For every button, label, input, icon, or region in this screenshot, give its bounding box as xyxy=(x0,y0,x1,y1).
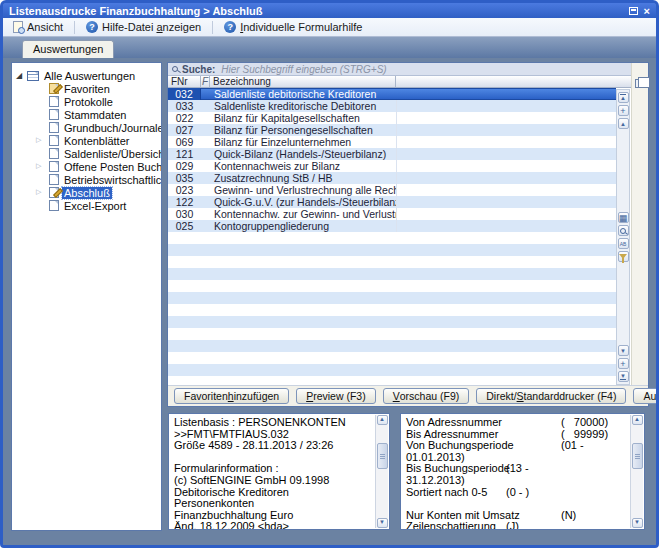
report-tree-panel: ◢ Alle Auswertungen Favoriten Protokolle… xyxy=(11,62,162,531)
tree-item-label: Excel-Export xyxy=(62,200,128,212)
scroll-up-icon[interactable] xyxy=(377,415,388,425)
scroll-to-top-icon[interactable] xyxy=(618,92,629,103)
column-header-f[interactable]: F xyxy=(201,76,210,87)
scroll-down-icon[interactable] xyxy=(632,518,643,528)
title-bar: Listenausdrucke Finanzbuchhaltung > Absc… xyxy=(3,3,656,18)
cell-fnr: 030 xyxy=(168,208,201,220)
tree-item-grundbuch-journale[interactable]: Grundbuch/Journale xyxy=(12,121,161,134)
table-row[interactable]: 027 Bilanz für Personengesellschaften xyxy=(168,124,616,136)
scroll-down-icon[interactable] xyxy=(618,345,629,356)
table-row[interactable]: 122 Quick-G.u.V. (zur Handels-/Steuerbil… xyxy=(168,196,616,208)
table-row-selected[interactable]: 032 Saldenliste debitorische Kreditoren xyxy=(168,88,616,100)
close-window-icon[interactable]: × xyxy=(644,6,650,16)
individuelle-formularhilfe-button[interactable]: Individuelle Formularhilfe xyxy=(218,20,368,34)
document-icon xyxy=(49,135,59,146)
tree-item-favoriten[interactable]: Favoriten xyxy=(12,82,161,95)
tree-item-alle-auswertungen[interactable]: ◢ Alle Auswertungen xyxy=(12,69,161,82)
table-row[interactable]: 029 Kontennachweis zur Bilanz xyxy=(168,160,616,172)
cell-bezeichnung: Quick-G.u.V. (zur Handels-/Steuerbilanz) xyxy=(210,196,396,208)
tree-item-abschluss[interactable]: ▷ Abschluß xyxy=(12,186,161,199)
cell-fnr: 023 xyxy=(168,184,201,196)
info-line: Änd. 18.12.2009 <hda> xyxy=(174,521,384,530)
tree-item-label: Offene Posten Buchhaltung xyxy=(62,161,162,173)
document-icon xyxy=(49,109,59,120)
scroll-up-icon[interactable] xyxy=(618,118,629,129)
direkt-standarddrucker-button[interactable]: Direkt/Standarddrucker (F4) xyxy=(476,388,626,404)
toolbar-separator xyxy=(212,21,213,34)
tree-item-excel-export[interactable]: Excel-Export xyxy=(12,199,161,212)
cell-fnr: 027 xyxy=(168,124,201,136)
column-header-fnr[interactable]: FNr xyxy=(168,76,201,87)
scrollbar-thumb[interactable] xyxy=(377,443,388,469)
tree-expand-icon[interactable]: ▷ xyxy=(36,162,41,170)
tree-expand-icon[interactable]: ▷ xyxy=(36,188,41,196)
table-row[interactable]: 121 Quick-Bilanz (Handels-/Steuerbilanz) xyxy=(168,148,616,160)
sort-alpha-icon[interactable] xyxy=(618,238,629,249)
table-row[interactable]: 033 Saldenliste kreditorische Debitoren xyxy=(168,100,616,112)
cell-bezeichnung: Quick-Bilanz (Handels-/Steuerbilanz) xyxy=(210,148,396,160)
cell-bezeichnung: Bilanz für Personengesellschaften xyxy=(210,124,396,136)
table-row[interactable]: 035 Zusatzrechnung StB / HB xyxy=(168,172,616,184)
table-row[interactable]: 030 Kontennachw. zur Gewinn- und Verlust… xyxy=(168,208,616,220)
table-row[interactable]: 022 Bilanz für Kapitalgesellschaften xyxy=(168,112,616,124)
info-left-scrollbar xyxy=(375,415,388,528)
tree-item-label-selected: Abschluß xyxy=(62,187,112,199)
ansicht-button[interactable]: Ansicht xyxy=(7,20,69,34)
vorschau-button[interactable]: Vorschau (F9) xyxy=(383,388,470,404)
grid-side-gutter xyxy=(631,63,648,406)
tree-item-saldenliste-uebersicht[interactable]: Saldenliste/Übersicht xyxy=(12,147,161,160)
table-row[interactable]: 023 Gewinn- und Verlustrechnung alle Rec… xyxy=(168,184,616,196)
parameter-info-panel: Von Adressnummer( 70000) Bis Adressnumme… xyxy=(400,413,645,530)
document-icon xyxy=(49,200,59,211)
tree-item-label: Saldenliste/Übersicht xyxy=(62,148,162,160)
hilfe-datei-anzeigen-button[interactable]: Hilfe-Datei anzeigen xyxy=(80,20,207,34)
tree-expand-icon[interactable]: ▷ xyxy=(36,136,41,144)
auswertung-drucken-button[interactable]: Auswertung drucken xyxy=(633,388,659,404)
tree-item-label: Protokolle xyxy=(62,96,115,108)
param-line: Zeilenschattierung(J) xyxy=(406,521,639,530)
filter-icon[interactable] xyxy=(618,251,629,262)
tree-item-offene-posten-buchhaltung[interactable]: ▷ Offene Posten Buchhaltung xyxy=(12,160,161,173)
scroll-page-up-icon[interactable] xyxy=(618,105,629,116)
scroll-to-bottom-icon[interactable] xyxy=(618,371,629,382)
preview-button[interactable]: Preview (F3) xyxy=(296,388,376,404)
grid-scrollbar xyxy=(616,89,630,385)
favoriten-hinzufuegen-button[interactable]: Favoriten hinzufügen xyxy=(174,388,289,404)
tree-item-label: Alle Auswertungen xyxy=(42,70,137,82)
cell-fnr: 029 xyxy=(168,160,201,172)
search-input[interactable] xyxy=(219,63,489,76)
report-rows: 032 Saldenliste debitorische Kreditoren … xyxy=(168,88,616,385)
tree-item-protokolle[interactable]: Protokolle xyxy=(12,95,161,108)
tab-strip: Auswertungen xyxy=(3,37,656,58)
scroll-up-icon[interactable] xyxy=(632,415,643,425)
search-bar: Suche: xyxy=(168,63,648,76)
tree-item-betriebswirtschaftliche-auswertungen[interactable]: Betriebswirtschaftliche Auswertungen xyxy=(12,173,161,186)
column-chooser-icon[interactable] xyxy=(635,79,645,88)
cell-bezeichnung: Kontennachweis zur Bilanz xyxy=(210,160,396,172)
column-header-bezeichnung[interactable]: Bezeichnung xyxy=(210,76,396,87)
table-row[interactable]: 069 Bilanz für Einzelunternehmen xyxy=(168,136,616,148)
scroll-down-icon[interactable] xyxy=(377,518,388,528)
view-grid-icon[interactable] xyxy=(618,212,629,223)
scrollbar-thumb[interactable] xyxy=(632,443,643,469)
info-line: (c) SoftENGINE GmbH 09.1998 xyxy=(174,475,384,487)
info-line: Personenkonten xyxy=(174,498,384,510)
tree-collapse-icon[interactable]: ◢ xyxy=(16,71,22,80)
scroll-page-down-icon[interactable] xyxy=(618,358,629,369)
restore-window-icon[interactable] xyxy=(629,7,638,15)
document-icon xyxy=(49,148,59,159)
zoom-icon[interactable] xyxy=(618,225,629,236)
tree-item-label: Betriebswirtschaftliche Auswertungen xyxy=(62,174,162,186)
cell-fnr: 032 xyxy=(168,88,201,100)
tree-item-label: Stammdaten xyxy=(62,109,128,121)
favorites-icon xyxy=(49,83,59,94)
param-line: Sortiert nach 0-5(0 - ) xyxy=(406,487,639,499)
table-row[interactable]: 025 Kontogruppengliederung xyxy=(168,220,616,232)
cell-fnr: 035 xyxy=(168,172,201,184)
cell-fnr: 122 xyxy=(168,196,201,208)
tree-item-stammdaten[interactable]: Stammdaten xyxy=(12,108,161,121)
tab-auswertungen[interactable]: Auswertungen xyxy=(22,40,114,58)
tree-item-kontenblaetter[interactable]: ▷ Kontenblätter xyxy=(12,134,161,147)
document-icon xyxy=(49,174,59,185)
search-label: Suche: xyxy=(182,64,215,75)
